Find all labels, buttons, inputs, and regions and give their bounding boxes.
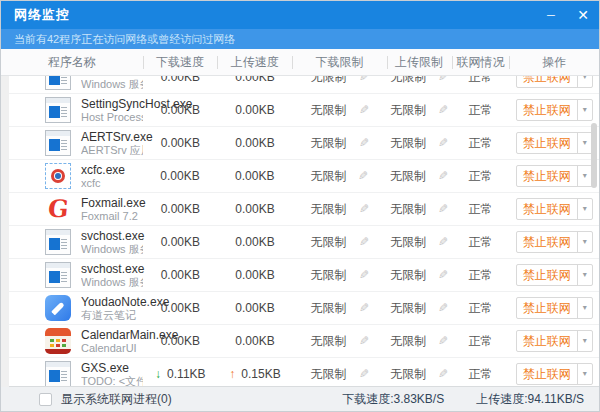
download-speed-value: 0.00KB — [161, 334, 200, 348]
program-icon — [45, 97, 71, 123]
edit-download-limit-icon[interactable] — [359, 269, 369, 281]
block-network-button[interactable]: 禁止联网 — [517, 76, 577, 87]
download-limit-value: 无限制 — [311, 300, 347, 317]
upload-speed-value: 0.15KB — [241, 367, 280, 381]
table-row[interactable]: svchost.exe Windows 服务主进程 0.00KB 0.00KB … — [9, 259, 599, 292]
block-network-button[interactable]: 禁止联网 — [517, 298, 577, 318]
program-name: svchost.exe — [81, 262, 143, 276]
table-row[interactable]: svchost.exe Windows 服务主进程 0.00KB 0.00KB … — [9, 226, 599, 259]
block-network-button-group: 禁止联网 — [516, 198, 593, 220]
table-row[interactable]: xcfc.exe xcfc 0.00KB 0.00KB 无限制 无限制 正常 禁… — [9, 160, 599, 193]
program-desc: CalendarUI — [81, 342, 143, 355]
column-header-network-status: 联网情况 — [452, 49, 510, 75]
program-icon — [45, 295, 71, 321]
show-system-processes-label[interactable]: 显示系统联网进程(0) — [61, 391, 172, 408]
network-status-value: 正常 — [469, 333, 493, 350]
download-limit-value: 无限制 — [311, 76, 347, 86]
program-name: YoudaoNote.exe — [81, 295, 143, 309]
edit-download-limit-icon[interactable] — [359, 236, 369, 248]
table-row[interactable]: CalendarMain.exe CalendarUI 0.00KB 0.00K… — [9, 325, 599, 358]
chevron-down-icon — [583, 238, 587, 246]
edit-download-limit-icon[interactable] — [359, 76, 369, 83]
edit-upload-limit-icon[interactable] — [438, 236, 448, 248]
edit-upload-limit-icon[interactable] — [438, 104, 448, 116]
edit-download-limit-icon[interactable] — [359, 104, 369, 116]
edit-download-limit-icon[interactable] — [359, 335, 369, 347]
minimize-button[interactable] — [535, 1, 567, 29]
upload-limit-value: 无限制 — [390, 135, 426, 152]
block-network-dropdown[interactable] — [577, 265, 592, 285]
block-network-button[interactable]: 禁止联网 — [517, 100, 577, 120]
block-network-button-group: 禁止联网 — [516, 76, 593, 88]
footer-bar: 显示系统联网进程(0) 下载速度:3.83KB/S 上传速度:94.11KB/S — [1, 386, 599, 411]
upload-limit-value: 无限制 — [390, 168, 426, 185]
window-title: 网络监控 — [14, 6, 70, 24]
table-row[interactable]: YoudaoNote.exe 有道云笔记 0.00KB 0.00KB 无限制 无… — [9, 292, 599, 325]
block-network-button[interactable]: 禁止联网 — [517, 133, 577, 153]
edit-upload-limit-icon[interactable] — [438, 137, 448, 149]
block-network-button[interactable]: 禁止联网 — [517, 199, 577, 219]
show-system-processes-checkbox[interactable] — [39, 393, 52, 406]
download-limit-value: 无限制 — [311, 201, 347, 218]
block-network-button[interactable]: 禁止联网 — [517, 166, 577, 186]
block-network-button-group: 禁止联网 — [516, 330, 593, 352]
chevron-down-icon — [583, 106, 587, 114]
table-row[interactable]: Foxmail.exe Foxmail 7.2 0.00KB 0.00KB 无限… — [9, 193, 599, 226]
block-network-button-group: 禁止联网 — [516, 363, 593, 385]
block-network-dropdown[interactable] — [577, 100, 592, 120]
block-network-button[interactable]: 禁止联网 — [517, 331, 577, 351]
table-row[interactable]: SettingSyncHost.exe Host Process for Set… — [9, 94, 599, 127]
download-limit-value: 无限制 — [311, 102, 347, 119]
block-network-dropdown[interactable] — [577, 133, 592, 153]
block-network-dropdown[interactable] — [577, 364, 592, 384]
program-name: SettingSyncHost.exe — [81, 97, 143, 111]
block-network-dropdown[interactable] — [577, 76, 592, 87]
upload-speed-value: 0.00KB — [235, 334, 274, 348]
download-limit-value: 无限制 — [311, 234, 347, 251]
program-name: AERTSrv.exe — [81, 130, 143, 144]
block-network-dropdown[interactable] — [577, 298, 592, 318]
network-status-value: 正常 — [469, 102, 493, 119]
edit-upload-limit-icon[interactable] — [438, 170, 448, 182]
block-network-button[interactable]: 禁止联网 — [517, 232, 577, 252]
total-upload-speed: 上传速度:94.11KB/S — [476, 391, 584, 408]
program-name: Foxmail.exe — [81, 196, 143, 210]
upload-limit-value: 无限制 — [390, 102, 426, 119]
block-network-dropdown[interactable] — [577, 232, 592, 252]
block-network-button[interactable]: 禁止联网 — [517, 364, 577, 384]
program-icon — [45, 229, 71, 255]
upload-limit-value: 无限制 — [390, 267, 426, 284]
table-row[interactable]: GXS.exe TODO: <文件说明> 0.11KB 0.15KB 无限制 无… — [9, 358, 599, 387]
block-network-dropdown[interactable] — [577, 166, 592, 186]
edit-download-limit-icon[interactable] — [359, 137, 369, 149]
column-header-upload-limit: 上传限制 — [387, 49, 452, 75]
edit-upload-limit-icon[interactable] — [438, 76, 448, 83]
edit-upload-limit-icon[interactable] — [438, 302, 448, 314]
chevron-down-icon — [583, 304, 587, 312]
block-network-button-group: 禁止联网 — [516, 99, 593, 121]
edit-download-limit-icon[interactable] — [358, 170, 368, 182]
edit-download-limit-icon[interactable] — [359, 368, 369, 380]
left-gutter — [1, 76, 9, 387]
edit-upload-limit-icon[interactable] — [438, 335, 448, 347]
block-network-button-group: 禁止联网 — [516, 264, 593, 286]
block-network-button[interactable]: 禁止联网 — [517, 265, 577, 285]
table-row[interactable]: AERTSrv.exe AERTSrv 应用程序 0.00KB 0.00KB 无… — [9, 127, 599, 160]
block-network-dropdown[interactable] — [577, 199, 592, 219]
total-download-speed: 下载速度:3.83KB/S — [342, 391, 444, 408]
column-header-download-limit: 下载限制 — [292, 49, 387, 75]
table-row[interactable]: svchost.exe Windows 服务主进程 0.00KB 0.00KB … — [9, 76, 599, 94]
edit-download-limit-icon[interactable] — [359, 302, 369, 314]
edit-upload-limit-icon[interactable] — [438, 368, 448, 380]
network-status-value: 正常 — [469, 267, 493, 284]
upload-speed-value: 0.00KB — [235, 136, 274, 150]
download-limit-value: 无限制 — [311, 333, 347, 350]
network-status-value: 正常 — [469, 135, 493, 152]
edit-upload-limit-icon[interactable] — [438, 203, 448, 215]
upload-speed-value: 0.00KB — [235, 268, 274, 282]
close-button[interactable] — [567, 1, 599, 29]
block-network-dropdown[interactable] — [577, 331, 592, 351]
edit-download-limit-icon[interactable] — [359, 203, 369, 215]
edit-upload-limit-icon[interactable] — [438, 269, 448, 281]
vertical-scrollbar-thumb[interactable] — [591, 123, 597, 188]
